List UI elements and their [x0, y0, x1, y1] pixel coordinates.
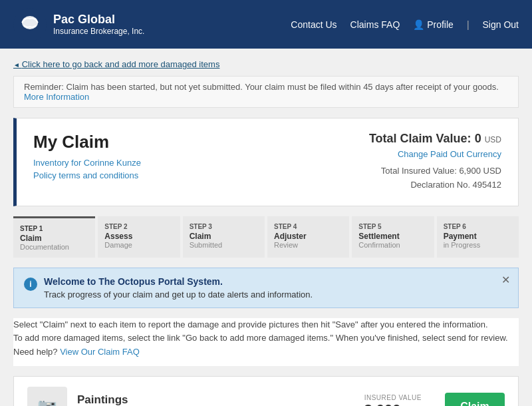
- insured-value-text: Total Insured Value: 6,900 USD: [369, 164, 501, 178]
- step-sub-2: Damage: [104, 241, 173, 249]
- inventory-link[interactable]: Inventory for Corinne Kunze: [33, 158, 141, 168]
- policy-link[interactable]: Policy terms and conditions: [33, 170, 141, 180]
- sign-out-link[interactable]: Sign Out: [483, 19, 519, 30]
- step-num-1: STEP 1: [20, 225, 88, 232]
- instruction-line2: To add more damaged items, select the li…: [13, 331, 519, 345]
- step-label-5: Settlement: [358, 232, 427, 241]
- insured-label-0: INSURED VALUE: [364, 394, 422, 401]
- step-label-6: Payment: [444, 232, 512, 241]
- claim-title: My Claim: [33, 132, 141, 152]
- step-num-5: STEP 5: [358, 223, 427, 230]
- main-content: Click here to go back and add more damag…: [0, 49, 532, 406]
- step-sub-4: Review: [274, 241, 342, 249]
- step-num-3: STEP 3: [190, 223, 258, 230]
- total-claim-value: Total Claim Value: 0 USD: [369, 132, 501, 146]
- info-banner-close[interactable]: ✕: [501, 274, 510, 286]
- step-sub-3: Submitted: [190, 241, 258, 249]
- step-label-1: Claim: [20, 234, 88, 243]
- item-value-0: INSURED VALUE 3,000 USD: [364, 394, 422, 406]
- reminder-text: Reminder: Claim has been started, but no…: [24, 82, 499, 92]
- step-3: STEP 3 Claim Submitted: [183, 216, 265, 258]
- declaration-text: Declaration No. 495412: [369, 178, 501, 192]
- instruction-help: Need help? View Our Claim FAQ: [13, 345, 519, 359]
- item-name-0: Paintings: [77, 393, 354, 406]
- company-sub: Insurance Brokerage, Inc.: [53, 27, 144, 36]
- step-sub-6: in Progress: [444, 241, 512, 249]
- claim-button-0[interactable]: Claim: [445, 393, 505, 406]
- info-banner: i Welcome to The Octopus Portal System. …: [13, 268, 519, 308]
- header: Pac Global Insurance Brokerage, Inc. Con…: [0, 0, 532, 49]
- item-photo-0: 📷: [27, 387, 67, 406]
- step-4: STEP 4 Adjuster Review: [267, 216, 349, 258]
- change-currency-link[interactable]: Change Paid Out Currency: [369, 149, 501, 159]
- claim-meta: Total Insured Value: 6,900 USD Declarati…: [369, 164, 501, 192]
- header-nav: Contact Us Claims FAQ 👤 Profile | Sign O…: [291, 19, 519, 30]
- insured-amount-0: 3,000 USD: [364, 401, 422, 406]
- claims-faq-link[interactable]: Claims FAQ: [350, 19, 400, 30]
- steps-container: STEP 1 Claim Documentation STEP 2 Assess…: [13, 216, 519, 258]
- reminder-more-info[interactable]: More Information: [24, 92, 89, 102]
- step-5: STEP 5 Settlement Confirmation: [352, 216, 434, 258]
- step-sub-1: Documentation: [20, 243, 88, 251]
- item-info-0: Paintings View more details: [77, 393, 354, 406]
- step-num-4: STEP 4: [274, 223, 342, 230]
- claim-items-container: 📷 Paintings View more details INSURED VA…: [13, 376, 519, 406]
- logo-icon: [13, 8, 47, 41]
- step-label-4: Adjuster: [274, 232, 342, 241]
- info-text: Welcome to The Octopus Portal System. Tr…: [44, 276, 313, 300]
- claim-card: My Claim Inventory for Corinne Kunze Pol…: [13, 118, 519, 206]
- info-icon: i: [24, 278, 37, 291]
- contact-us-link[interactable]: Contact Us: [291, 19, 336, 30]
- camera-icon-0: 📷: [37, 397, 57, 406]
- claim-right: Total Claim Value: 0 USD Change Paid Out…: [369, 132, 501, 192]
- logo: Pac Global Insurance Brokerage, Inc.: [13, 8, 144, 41]
- instruction-line1: Select "Claim" next to each item to repo…: [13, 318, 519, 332]
- logo-text: Pac Global Insurance Brokerage, Inc.: [53, 13, 144, 37]
- claim-left: My Claim Inventory for Corinne Kunze Pol…: [33, 132, 141, 183]
- step-2: STEP 2 Assess Damage: [98, 216, 180, 258]
- step-label-3: Claim: [190, 232, 258, 241]
- step-sub-5: Confirmation: [358, 241, 427, 249]
- instructions: Select "Claim" next to each item to repo…: [13, 318, 519, 366]
- back-link[interactable]: Click here to go back and add more damag…: [13, 59, 219, 69]
- step-num-6: STEP 6: [444, 223, 512, 230]
- step-6: STEP 6 Payment in Progress: [437, 216, 519, 258]
- reminder-bar: Reminder: Claim has been started, but no…: [13, 76, 519, 108]
- step-num-2: STEP 2: [104, 223, 173, 230]
- faq-link[interactable]: View Our Claim FAQ: [60, 347, 140, 357]
- profile-icon: 👤: [413, 19, 427, 30]
- profile-link[interactable]: 👤 Profile: [413, 19, 454, 30]
- claim-item: 📷 Paintings View more details INSURED VA…: [13, 376, 519, 406]
- claim-links: Inventory for Corinne Kunze Policy terms…: [33, 158, 141, 180]
- company-name: Pac Global: [53, 13, 144, 27]
- nav-divider: |: [467, 19, 469, 30]
- step-label-2: Assess: [104, 232, 173, 241]
- info-banner-subtitle: Track progress of your claim and get up …: [44, 290, 313, 300]
- info-banner-title: Welcome to The Octopus Portal System.: [44, 276, 313, 287]
- step-1: STEP 1 Claim Documentation: [13, 216, 95, 258]
